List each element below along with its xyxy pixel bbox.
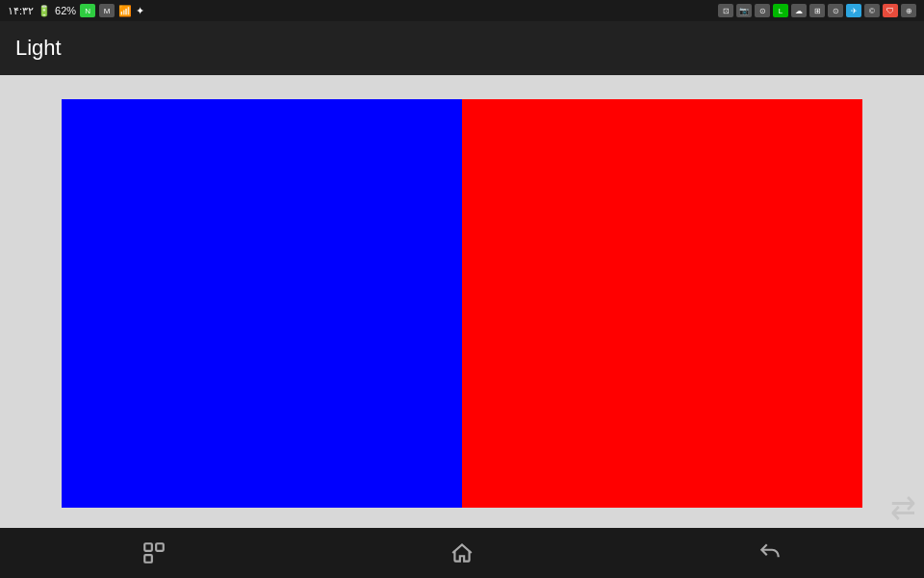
battery-icon: 🔋 [38, 5, 51, 17]
watermark-icon: ⇄ [890, 489, 916, 526]
back-button[interactable] [747, 530, 793, 576]
sys-icon-6: ⊙ [828, 4, 843, 17]
sys-icon-7: © [864, 4, 880, 17]
svg-rect-1 [144, 555, 152, 563]
home-button[interactable] [439, 530, 485, 576]
notification-icon-1: N [80, 4, 95, 17]
status-left: ۱۴:۳۲ 🔋 62% N M 📶 ✦ [8, 4, 144, 17]
home-icon [449, 540, 475, 565]
sys-icon-2: 📷 [736, 4, 752, 17]
blue-panel[interactable] [62, 99, 462, 508]
main-content [0, 75, 924, 528]
svg-rect-0 [144, 543, 152, 551]
app-title: Light [15, 36, 62, 61]
bottom-nav [0, 528, 924, 578]
red-panel[interactable] [462, 99, 862, 508]
sys-icon-1: ⊡ [718, 4, 733, 17]
bluetooth-icon: ✦ [136, 5, 144, 17]
battery-level: 62% [55, 5, 76, 16]
status-right: ⊡ 📷 ⊙ L ☁ ⊞ ⊙ ✈ © 🛡 ⊕ [718, 4, 916, 17]
status-bar: ۱۴:۳۲ 🔋 62% N M 📶 ✦ ⊡ 📷 ⊙ L ☁ ⊞ ⊙ ✈ © 🛡 … [0, 0, 924, 21]
color-display [62, 99, 862, 508]
sys-icon-4: ☁ [791, 4, 807, 17]
recent-apps-icon [141, 540, 167, 565]
sys-icon-telegram: ✈ [846, 4, 861, 17]
app-bar: Light [0, 21, 924, 75]
clock: ۱۴:۳۲ [8, 5, 34, 17]
sys-icon-5: ⊞ [809, 4, 825, 17]
notification-icon-2: M [99, 4, 115, 17]
wifi-icon: 📶 [118, 5, 132, 17]
recent-apps-button[interactable] [131, 530, 177, 576]
sys-icon-9: ⊕ [901, 4, 916, 17]
svg-rect-2 [156, 543, 164, 551]
sys-icon-8: 🛡 [883, 4, 898, 17]
back-icon [757, 540, 783, 565]
sys-icon-3: ⊙ [755, 4, 770, 17]
sys-icon-line: L [773, 4, 788, 17]
